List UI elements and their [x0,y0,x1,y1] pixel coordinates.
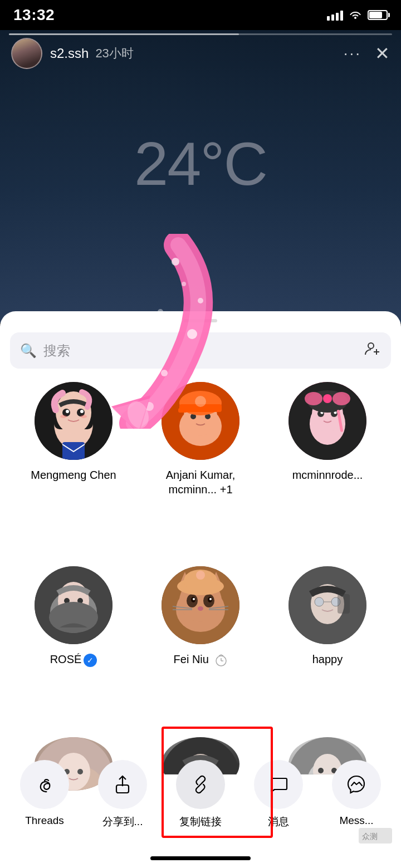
action-share[interactable]: 分享到... [86,760,159,829]
contact-name: mcminnrode... [292,468,363,482]
copy-link-icon [176,760,225,809]
svg-point-11 [60,415,67,418]
sheet-handle [184,319,217,322]
share-icon [98,760,147,809]
wifi-icon [349,8,362,22]
action-label: Threads [25,815,64,827]
action-threads[interactable]: Threads [8,760,81,827]
verified-badge: ✓ [84,654,97,667]
action-label: Mess... [339,815,373,827]
svg-point-32 [332,392,350,405]
svg-point-50 [193,598,195,600]
avatar [35,382,113,460]
svg-rect-68 [338,594,350,614]
avatar [162,382,239,460]
svg-point-52 [198,606,203,611]
story-close-button[interactable]: ✕ [375,43,390,64]
svg-point-0 [368,343,374,349]
action-bar: Threads 分享到... 复制链接 消息 [0,760,401,829]
messenger-icon [332,760,381,809]
add-friend-button[interactable] [364,340,381,361]
svg-point-31 [305,392,322,405]
timer-badge [215,654,227,666]
avatar [288,566,366,644]
signal-icon [327,9,343,21]
story-more-button[interactable]: ··· [344,45,361,62]
avatar [288,382,366,460]
message-icon [254,760,303,809]
watermark: 众测 [359,828,392,846]
contact-name: Fei Niu [174,652,228,666]
action-messenger[interactable]: Mess... [320,760,393,827]
contact-item[interactable]: Fei Niu [137,566,264,720]
story-username: s2.ssh [50,46,89,61]
story-progress [9,33,392,35]
story-header: s2.ssh 23小时 ··· ✕ [0,37,401,70]
svg-point-9 [66,410,69,413]
home-indicator [150,856,251,860]
svg-point-40 [49,602,98,633]
svg-point-22 [195,396,206,407]
contact-name: ROSÉ✓ [50,652,97,667]
avatar [35,566,113,644]
svg-text:众测: 众测 [362,832,378,841]
search-input[interactable]: 搜索 [43,342,358,360]
contact-item[interactable]: mcminnrode... [264,382,391,550]
action-label: 复制链接 [179,815,222,829]
avatar [162,566,239,644]
svg-point-12 [80,415,87,418]
action-label: 分享到... [102,815,143,829]
svg-point-51 [209,598,212,600]
contact-item[interactable]: Mengmeng Chen [10,382,137,550]
action-label: 消息 [268,815,289,829]
svg-line-96 [198,782,203,787]
threads-icon [20,760,69,809]
contact-name: Anjani Kumar, mcminn... +1 [156,468,245,497]
story-avatar [11,38,42,69]
search-bar[interactable]: 🔍 搜索 [10,332,391,369]
contact-item[interactable]: happy [264,566,391,720]
contact-name: Mengmeng Chen [31,468,116,482]
story-time: 23小时 [95,45,133,62]
action-message[interactable]: 消息 [242,760,315,829]
status-bar: 13:32 [0,0,401,30]
svg-point-33 [323,394,332,403]
action-copy-link[interactable]: 复制链接 [164,760,237,829]
svg-point-10 [80,410,84,413]
contact-name: happy [312,652,343,666]
svg-point-59 [196,571,205,580]
search-icon: 🔍 [20,343,37,359]
svg-rect-21 [178,408,187,413]
temperature-display: 24°C [0,128,401,199]
contact-item[interactable]: ROSÉ✓ [10,566,137,720]
svg-point-65 [315,597,324,606]
battery-icon [368,10,388,20]
status-icons [327,8,388,22]
contact-item[interactable]: Anjani Kumar, mcminn... +1 [137,382,264,550]
status-time: 13:32 [13,6,55,24]
svg-rect-94 [116,785,129,793]
story-user-info: s2.ssh 23小时 [50,45,344,62]
